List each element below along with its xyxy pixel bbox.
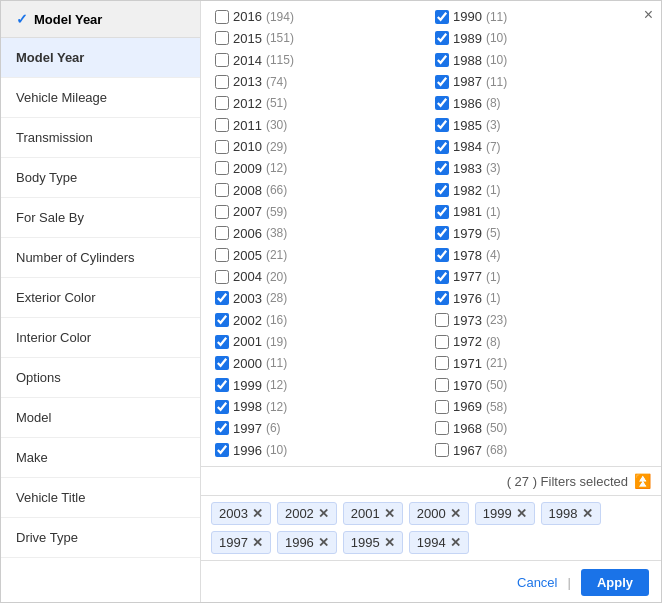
checkbox-2006[interactable] — [215, 226, 229, 240]
year-label-2005: 2005 — [233, 248, 262, 263]
sidebar-item-for-sale-by[interactable]: For Sale By — [1, 198, 200, 238]
sidebar-item-options[interactable]: Options — [1, 358, 200, 398]
checkbox-2002[interactable] — [215, 313, 229, 327]
year-label-1976: 1976 — [453, 291, 482, 306]
tag-remove-1998[interactable]: ✕ — [582, 506, 593, 521]
checkbox-item-1971: 1971 (21) — [431, 353, 651, 375]
cancel-button[interactable]: Cancel — [517, 575, 557, 590]
year-label-1999: 1999 — [233, 378, 262, 393]
checkbox-item-1973: 1973 (23) — [431, 309, 651, 331]
apply-button[interactable]: Apply — [581, 569, 649, 596]
checkbox-item-1983: 1983 (3) — [431, 158, 651, 180]
tag-1996: 1996✕ — [277, 531, 337, 554]
checkbox-item-2005: 2005 (21) — [211, 244, 431, 266]
checkbox-2015[interactable] — [215, 31, 229, 45]
sidebar-item-drive-type[interactable]: Drive Type — [1, 518, 200, 558]
checkbox-1970[interactable] — [435, 378, 449, 392]
year-label-1997: 1997 — [233, 421, 262, 436]
checkbox-2014[interactable] — [215, 53, 229, 67]
checkbox-2001[interactable] — [215, 335, 229, 349]
checkbox-1979[interactable] — [435, 226, 449, 240]
year-label-1990: 1990 — [453, 9, 482, 24]
sidebar-item-model-year[interactable]: Model Year — [1, 38, 200, 78]
checkbox-item-2013: 2013 (74) — [211, 71, 431, 93]
checkbox-2016[interactable] — [215, 10, 229, 24]
checkbox-item-1978: 1978 (4) — [431, 244, 651, 266]
main-container: ✓ Model Year Model YearVehicle MileageTr… — [1, 1, 661, 603]
checkbox-2004[interactable] — [215, 270, 229, 284]
checkbox-1967[interactable] — [435, 443, 449, 457]
sidebar-item-transmission[interactable]: Transmission — [1, 118, 200, 158]
tag-remove-1997[interactable]: ✕ — [252, 535, 263, 550]
checkbox-2011[interactable] — [215, 118, 229, 132]
tag-remove-1999[interactable]: ✕ — [516, 506, 527, 521]
checkbox-2012[interactable] — [215, 96, 229, 110]
year-count-2006: (38) — [266, 226, 287, 240]
checkbox-1985[interactable] — [435, 118, 449, 132]
year-count-2000: (11) — [266, 356, 287, 370]
sidebar-item-make[interactable]: Make — [1, 438, 200, 478]
checkbox-item-2004: 2004 (20) — [211, 266, 431, 288]
tag-value-1999: 1999 — [483, 506, 512, 521]
tag-value-1994: 1994 — [417, 535, 446, 550]
checkbox-1968[interactable] — [435, 421, 449, 435]
year-label-2010: 2010 — [233, 139, 262, 154]
checkbox-1984[interactable] — [435, 140, 449, 154]
year-count-1982: (1) — [486, 183, 501, 197]
year-count-1979: (5) — [486, 226, 501, 240]
year-label-1996: 1996 — [233, 443, 262, 458]
checkbox-1977[interactable] — [435, 270, 449, 284]
checkbox-2005[interactable] — [215, 248, 229, 262]
checkbox-2008[interactable] — [215, 183, 229, 197]
checkbox-2007[interactable] — [215, 205, 229, 219]
checkbox-1969[interactable] — [435, 400, 449, 414]
checkbox-1987[interactable] — [435, 75, 449, 89]
sidebar-item-body-type[interactable]: Body Type — [1, 158, 200, 198]
tag-remove-2003[interactable]: ✕ — [252, 506, 263, 521]
checkbox-item-1976: 1976 (1) — [431, 288, 651, 310]
checkbox-1998[interactable] — [215, 400, 229, 414]
tag-remove-1995[interactable]: ✕ — [384, 535, 395, 550]
tag-remove-2002[interactable]: ✕ — [318, 506, 329, 521]
sidebar-item-vehicle-title[interactable]: Vehicle Title — [1, 478, 200, 518]
sidebar-item-number-of-cylinders[interactable]: Number of Cylinders — [1, 238, 200, 278]
checkbox-item-2008: 2008 (66) — [211, 179, 431, 201]
checkbox-item-1972: 1972 (8) — [431, 331, 651, 353]
checkbox-2009[interactable] — [215, 161, 229, 175]
tag-value-1995: 1995 — [351, 535, 380, 550]
checkbox-2013[interactable] — [215, 75, 229, 89]
checkbox-2010[interactable] — [215, 140, 229, 154]
checkbox-1990[interactable] — [435, 10, 449, 24]
year-count-1967: (68) — [486, 443, 507, 457]
tag-remove-2001[interactable]: ✕ — [384, 506, 395, 521]
sidebar-item-model[interactable]: Model — [1, 398, 200, 438]
checkbox-1996[interactable] — [215, 443, 229, 457]
selected-tags-area: 2003✕2002✕2001✕2000✕1999✕1998✕1997✕1996✕… — [201, 495, 661, 560]
checkbox-1999[interactable] — [215, 378, 229, 392]
checkbox-1997[interactable] — [215, 421, 229, 435]
checkbox-1972[interactable] — [435, 335, 449, 349]
checkbox-1986[interactable] — [435, 96, 449, 110]
checkbox-1988[interactable] — [435, 53, 449, 67]
checkbox-1973[interactable] — [435, 313, 449, 327]
sidebar-item-exterior-color[interactable]: Exterior Color — [1, 278, 200, 318]
checkbox-2000[interactable] — [215, 356, 229, 370]
checkbox-1982[interactable] — [435, 183, 449, 197]
checkbox-1983[interactable] — [435, 161, 449, 175]
checkbox-1978[interactable] — [435, 248, 449, 262]
tag-remove-1994[interactable]: ✕ — [450, 535, 461, 550]
tag-2002: 2002✕ — [277, 502, 337, 525]
sidebar-item-vehicle-mileage[interactable]: Vehicle Mileage — [1, 78, 200, 118]
checkbox-2003[interactable] — [215, 291, 229, 305]
checkbox-1989[interactable] — [435, 31, 449, 45]
checkbox-1976[interactable] — [435, 291, 449, 305]
checkbox-item-1988: 1988 (10) — [431, 49, 651, 71]
tag-remove-1996[interactable]: ✕ — [318, 535, 329, 550]
close-button[interactable]: × — [644, 6, 653, 24]
checkbox-1971[interactable] — [435, 356, 449, 370]
checkbox-1981[interactable] — [435, 205, 449, 219]
collapse-icon[interactable]: ⏫ — [634, 473, 651, 489]
year-label-2012: 2012 — [233, 96, 262, 111]
tag-remove-2000[interactable]: ✕ — [450, 506, 461, 521]
sidebar-item-interior-color[interactable]: Interior Color — [1, 318, 200, 358]
